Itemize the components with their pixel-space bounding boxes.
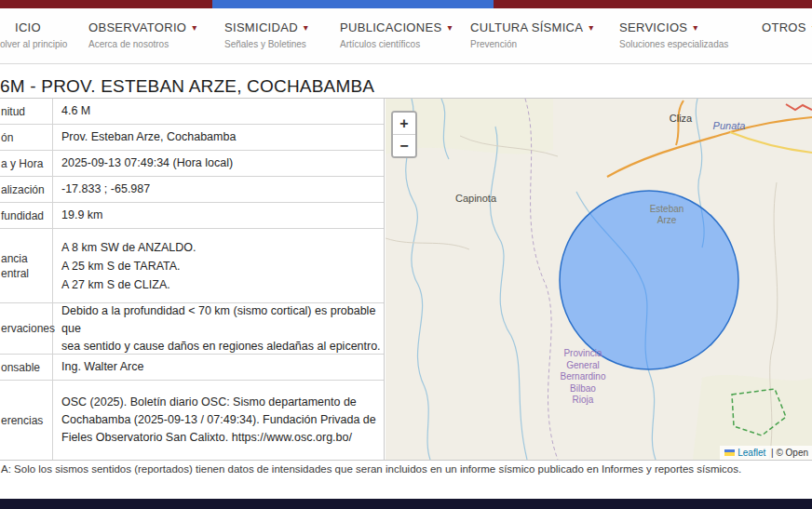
nav-item-otros[interactable]: OTROS▾: [762, 8, 812, 63]
epicentral-distance-value: A 8 km SW de ANZALDO. A 25 km S de TARAT…: [53, 229, 384, 302]
table-row: fundidad 19.9 km: [0, 203, 384, 229]
top-blue-bar: [212, 0, 494, 8]
nav-item-cultura-sismica[interactable]: CULTURA SÍSMICA▾ Prevención: [470, 8, 594, 63]
row-label-fecha-hora: a y Hora: [0, 151, 53, 176]
chevron-down-icon: ▾: [304, 22, 308, 33]
earthquake-details-table: nitud 4.6 M ón Prov. Esteban Arze, Cocha…: [0, 99, 385, 460]
leaflet-link[interactable]: Leaflet: [738, 448, 765, 458]
chevron-down-icon: ▾: [447, 22, 452, 33]
nav-item-sublabel: Artículos científicos: [340, 39, 453, 49]
nav-item-sublabel: Señales y Boletines: [224, 39, 308, 49]
row-label-profundidad: fundidad: [0, 203, 53, 228]
table-row: alización -17.833 ; -65.987: [0, 177, 384, 203]
magnitude-value: 4.6 M: [53, 99, 384, 124]
coordinates-value: -17.833 ; -65.987: [53, 177, 384, 202]
nav-item-label: OBSERVATORIO: [88, 20, 186, 34]
table-row: nitud 4.6 M: [0, 99, 384, 125]
row-label-magnitud: nitud: [0, 99, 53, 124]
main-nav: ICIO olver al principio OBSERVATORIO▾ Ac…: [0, 8, 812, 64]
ukraine-flag-icon: [724, 449, 735, 456]
row-label-referencias: erencias: [0, 381, 53, 460]
table-row: ancia entral A 8 km SW de ANZALDO. A 25 …: [0, 229, 384, 303]
nav-item-sublabel: Prevención: [470, 39, 594, 49]
content-area: nitud 4.6 M ón Prov. Esteban Arze, Cocha…: [0, 98, 812, 461]
nav-item-label: SISMICIDAD: [224, 20, 298, 34]
chevron-down-icon: ▾: [192, 22, 196, 33]
depth-value: 19.9 km: [53, 203, 384, 228]
footer-bar: [0, 499, 812, 509]
page-title: 6M - PROV. ESTEBAN ARZE, COCHABAMBA: [0, 76, 374, 97]
nav-item-sublabel: Soluciones especializadas: [619, 39, 728, 49]
nav-item-inicio[interactable]: ICIO olver al principio: [0, 8, 67, 63]
responsible-value: Ing. Walter Arce: [53, 355, 384, 380]
row-label-responsable: onsable: [0, 355, 53, 380]
row-label-observaciones: ervaciones: [0, 303, 53, 354]
seismic-note: A: Solo los sismos sentidos (reportados)…: [1, 463, 811, 475]
zoom-out-button[interactable]: −: [393, 135, 415, 156]
nav-item-label: SERVICIOS: [619, 20, 687, 34]
chevron-down-icon: ▾: [693, 22, 697, 33]
table-row: ervaciones Debido a la profundidad < 70 …: [0, 303, 384, 355]
nav-item-sublabel: olver al principio: [0, 39, 67, 49]
references-value: OSC (2025). Boletín diario OSC: Sismo de…: [53, 381, 384, 460]
nav-item-label: ICIO: [15, 20, 41, 34]
chevron-down-icon: ▾: [589, 22, 593, 33]
nav-item-label: CULTURA SÍSMICA: [470, 20, 583, 34]
map-canvas: [386, 99, 812, 460]
location-value: Prov. Esteban Arze, Cochabamba: [53, 125, 384, 150]
nav-item-label: PUBLICACIONES: [340, 20, 441, 34]
epicenter-circle[interactable]: [560, 191, 738, 369]
nav-item-publicaciones[interactable]: PUBLICACIONES▾ Artículos científicos: [340, 8, 453, 63]
row-label-distancia-epicentral: ancia entral: [0, 229, 53, 302]
nav-item-servicios[interactable]: SERVICIOS▾ Soluciones especializadas: [619, 8, 728, 63]
leaflet-map[interactable]: Capinota Esteban Arze Cliza Punata Provi…: [386, 99, 812, 460]
nav-item-observatorio[interactable]: OBSERVATORIO▾ Acerca de nosotros: [88, 8, 197, 63]
nav-item-sismicidad[interactable]: SISMICIDAD▾ Señales y Boletines: [224, 8, 308, 63]
nav-item-sublabel: Acerca de nosotros: [88, 39, 197, 49]
row-label-ubicacion: ón: [0, 125, 53, 150]
table-row: a y Hora 2025-09-13 07:49:34 (Hora local…: [0, 151, 384, 177]
attribution-text: | © Open: [768, 448, 808, 458]
table-row: onsable Ing. Walter Arce: [0, 355, 384, 381]
zoom-in-button[interactable]: +: [393, 113, 415, 135]
datetime-value: 2025-09-13 07:49:34 (Hora local): [53, 151, 384, 176]
observations-value: Debido a la profundidad < 70 km (sismo c…: [53, 303, 384, 354]
table-row: erencias OSC (2025). Boletín diario OSC:…: [0, 381, 384, 460]
row-label-localizacion: alización: [0, 177, 53, 202]
table-row: ón Prov. Esteban Arze, Cochabamba: [0, 125, 384, 151]
map-zoom-control: + −: [391, 111, 417, 158]
map-attribution: Leaflet | © Open: [720, 446, 812, 460]
nav-item-label: OTROS: [762, 20, 806, 34]
